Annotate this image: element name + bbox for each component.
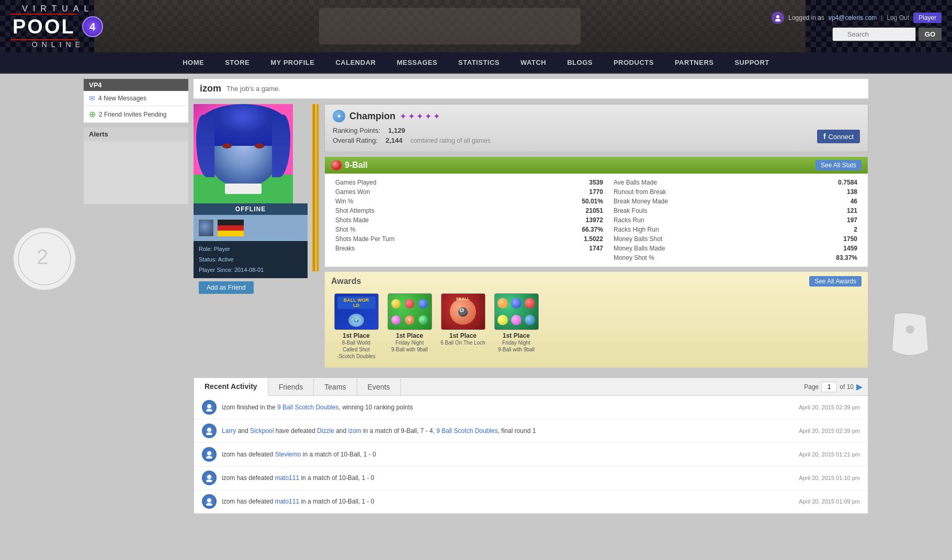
- nav-home[interactable]: HOME: [172, 52, 214, 73]
- stat-label: Games Won: [333, 187, 519, 197]
- next-page-arrow[interactable]: ▶: [856, 382, 863, 392]
- nav-calendar[interactable]: CALENDAR: [325, 52, 386, 73]
- page-input[interactable]: [821, 382, 837, 392]
- tab-events[interactable]: Events: [357, 379, 401, 395]
- 9ball-icon: [331, 160, 342, 170]
- activity-link[interactable]: 9 Ball Scotch Doubles: [436, 427, 497, 435]
- sidebar: VP4 ✉ 4 New Messages ⊕ 2 Friend Invites …: [84, 79, 188, 539]
- activity-time: April 20, 2015 01:09 pm: [799, 498, 860, 505]
- flag-area: [194, 215, 308, 241]
- add-friend-button[interactable]: Add as Friend: [199, 281, 254, 294]
- award-item: BALL WOR LD 🌍 1st Place 8-Ball WorldCall…: [333, 293, 380, 360]
- nav-messages[interactable]: MESSAGES: [386, 52, 448, 73]
- user-email-link[interactable]: vp4@celeris.com: [829, 14, 877, 21]
- profile-username: izom: [200, 83, 221, 94]
- facebook-icon: f: [823, 132, 826, 141]
- champion-stars: ✦ ✦ ✦ ✦ ✦: [400, 111, 440, 121]
- sidebar-alerts-body: [84, 141, 188, 204]
- page-total: of 10: [840, 383, 854, 391]
- see-all-awards-button[interactable]: See All Awards: [809, 276, 862, 287]
- activity-time: April 20, 2015 02:39 pm: [799, 404, 860, 410]
- stat-value: 13972: [519, 215, 611, 225]
- role-info: Role: Player Status: Active Player Since…: [194, 241, 308, 278]
- cue-stick: [312, 104, 319, 271]
- activity-item: Larry and Sickpool have defeated Dizzle …: [194, 419, 868, 443]
- nav-store[interactable]: STORE: [214, 52, 260, 73]
- activity-item: izom has defeated mato111 in a match of …: [194, 490, 868, 513]
- activity-section: Recent Activity Friends Teams Events Pag…: [194, 378, 868, 514]
- stats-section: 9-Ball See All Stats Games Played 3539 A…: [324, 156, 868, 267]
- nav-watch[interactable]: WATCH: [510, 52, 557, 73]
- svg-point-8: [207, 428, 211, 432]
- player-badge[interactable]: Player: [913, 13, 942, 23]
- activity-link[interactable]: Larry: [222, 427, 236, 435]
- sidebar-title: VP4: [84, 79, 188, 91]
- stat-value: 1747: [519, 244, 611, 253]
- activity-link[interactable]: Dizzle: [317, 427, 334, 435]
- activity-avatar: [202, 424, 217, 438]
- activity-text: izom has defeated mato111 in a match of …: [222, 474, 794, 482]
- activity-link[interactable]: mato111: [275, 474, 299, 482]
- activity-link[interactable]: 9 Ball Scotch Doubles: [277, 404, 338, 411]
- tab-friends[interactable]: Friends: [268, 379, 314, 395]
- search-area: 🔍 GO: [832, 27, 942, 41]
- nav-blogs[interactable]: BLOGS: [557, 52, 603, 73]
- nav-my-profile[interactable]: MY PROFILE: [260, 52, 325, 73]
- sidebar-messages[interactable]: ✉ 4 New Messages: [84, 91, 188, 106]
- nav-products[interactable]: PRODUCTS: [603, 52, 664, 73]
- search-input[interactable]: [832, 27, 916, 41]
- stat-value2: 1750: [783, 234, 860, 244]
- stat-label: Shots Made Per Turn: [333, 234, 519, 244]
- svg-point-6: [207, 404, 211, 408]
- svg-point-15: [206, 503, 212, 506]
- profile-content: OFFLINE: [194, 104, 868, 372]
- fb-connect-button[interactable]: f Connect: [817, 130, 860, 143]
- stat-value2: 2: [783, 225, 860, 234]
- stat-label2: Money Balls Made: [611, 244, 784, 253]
- stat-value: 1.5022: [519, 234, 611, 244]
- user-avatar-icon: [772, 12, 784, 24]
- nav-partners[interactable]: PARTNERS: [664, 52, 724, 73]
- profile-card: OFFLINE: [194, 104, 319, 372]
- logo-badge: 4: [82, 16, 103, 37]
- activity-link[interactable]: Sickpool: [250, 427, 274, 435]
- tab-teams[interactable]: Teams: [314, 379, 357, 395]
- activity-link[interactable]: Steviemo: [275, 451, 301, 458]
- stat-label: Shot %: [333, 225, 519, 234]
- sidebar-invites[interactable]: ⊕ 2 Friend Invites Pending: [84, 106, 188, 123]
- mail-icon: ✉: [89, 94, 95, 102]
- sidebar-alerts-label: Alerts: [84, 127, 188, 141]
- svg-point-7: [206, 409, 212, 412]
- award-image-1: BALL WOR LD 🌍: [334, 293, 379, 330]
- nav-statistics[interactable]: STATISTICS: [448, 52, 510, 73]
- stat-value: [519, 253, 611, 262]
- svg-point-12: [207, 475, 211, 479]
- main-nav: HOME STORE MY PROFILE CALENDAR MESSAGES …: [0, 52, 952, 74]
- plus-circle-icon: ⊕: [89, 109, 96, 119]
- activity-link[interactable]: mato111: [275, 498, 299, 505]
- activity-text: izom finished in the 9 Ball Scotch Doubl…: [222, 404, 794, 411]
- svg-point-10: [207, 451, 211, 455]
- activity-avatar: [202, 471, 217, 485]
- stat-value2: 1459: [783, 244, 860, 253]
- awards-list: BALL WOR LD 🌍 1st Place 8-Ball WorldCall…: [325, 291, 868, 368]
- awards-header: Awards See All Awards: [325, 272, 868, 291]
- tab-recent-activity[interactable]: Recent Activity: [194, 378, 268, 396]
- nav-support[interactable]: SUPPORT: [724, 52, 779, 73]
- stat-label2: Ave Balls Made: [611, 178, 784, 187]
- go-button[interactable]: GO: [919, 28, 942, 41]
- stat-value: 21051: [519, 206, 611, 215]
- activity-time: April 20, 2015 01:10 pm: [799, 475, 860, 481]
- activity-item: izom finished in the 9 Ball Scotch Doubl…: [194, 396, 868, 419]
- logout-link[interactable]: Log Out: [887, 14, 909, 21]
- stats-header: 9-Ball See All Stats: [325, 157, 868, 174]
- page-label: Page: [804, 383, 819, 391]
- activity-link[interactable]: izom: [348, 427, 361, 435]
- svg-point-13: [206, 479, 212, 482]
- stat-row: Games Won 1770 Runout from Break 138: [333, 187, 860, 197]
- awards-title: Awards: [331, 277, 361, 286]
- award-image-2: 9: [388, 293, 432, 330]
- see-all-stats-button[interactable]: See All Stats: [815, 160, 862, 170]
- stat-label: [333, 253, 519, 262]
- stat-value: 1770: [519, 187, 611, 197]
